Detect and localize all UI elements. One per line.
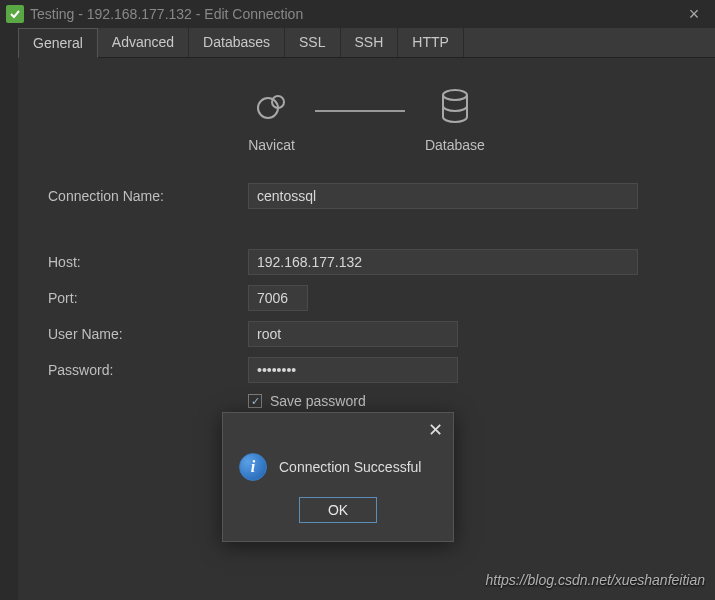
titlebar: Testing - 192.168.177.132 - Edit Connect… — [0, 0, 715, 28]
connection-diagram: Navicat Database — [48, 88, 685, 153]
general-panel: Navicat Database Connection Name: Host: — [18, 58, 715, 429]
info-icon: i — [239, 453, 267, 481]
result-dialog: ✕ i Connection Successful OK — [222, 412, 454, 542]
diagram-left-label: Navicat — [248, 137, 295, 153]
tab-bar: General Advanced Databases SSL SSH HTTP — [18, 28, 715, 58]
dialog-message: Connection Successful — [279, 459, 421, 475]
tab-ssl[interactable]: SSL — [285, 28, 340, 57]
diagram-right-label: Database — [425, 137, 485, 153]
app-icon — [6, 5, 24, 23]
ok-button[interactable]: OK — [299, 497, 377, 523]
save-password-label: Save password — [270, 393, 366, 409]
password-input[interactable] — [248, 357, 458, 383]
svg-point-2 — [443, 90, 467, 100]
host-label: Host: — [48, 254, 248, 270]
edit-connection-window: Testing - 192.168.177.132 - Edit Connect… — [0, 0, 715, 600]
dialog-close-button[interactable]: ✕ — [428, 419, 443, 441]
database-icon — [439, 88, 471, 127]
save-password-checkbox[interactable]: ✓ — [248, 394, 262, 408]
watermark: https://blog.csdn.net/xueshanfeitian — [486, 572, 705, 588]
window-close-button[interactable]: × — [679, 4, 709, 25]
connection-name-label: Connection Name: — [48, 188, 248, 204]
window-title: Testing - 192.168.177.132 - Edit Connect… — [30, 6, 679, 22]
tab-http[interactable]: HTTP — [398, 28, 464, 57]
navicat-icon — [254, 88, 290, 127]
tab-general[interactable]: General — [18, 28, 98, 58]
port-label: Port: — [48, 290, 248, 306]
port-input[interactable] — [248, 285, 308, 311]
username-label: User Name: — [48, 326, 248, 342]
username-input[interactable] — [248, 321, 458, 347]
host-input[interactable] — [248, 249, 638, 275]
connection-name-input[interactable] — [248, 183, 638, 209]
tab-advanced[interactable]: Advanced — [98, 28, 189, 57]
tab-databases[interactable]: Databases — [189, 28, 285, 57]
password-label: Password: — [48, 362, 248, 378]
diagram-line — [315, 110, 405, 112]
tab-ssh[interactable]: SSH — [341, 28, 399, 57]
